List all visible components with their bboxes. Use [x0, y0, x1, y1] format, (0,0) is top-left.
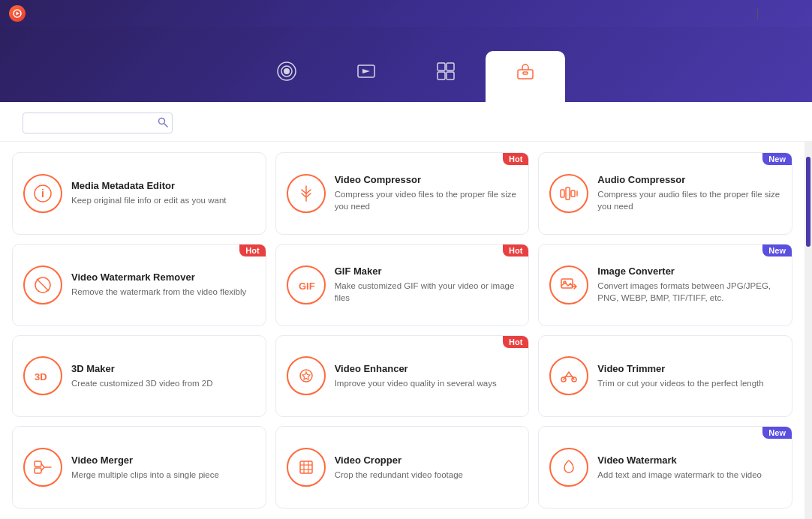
tool-icon-video-enhancer	[287, 356, 326, 395]
svg-rect-7	[447, 63, 454, 70]
svg-point-3	[284, 68, 290, 74]
tool-desc-video-enhancer: Improve your video quality in several wa…	[335, 377, 519, 389]
tool-name-gif-maker: GIF Maker	[335, 266, 519, 277]
tool-card-video-enhancer[interactable]: Hot Video Enhancer Improve your video qu…	[275, 335, 530, 418]
tool-desc-audio-compressor: Compress your audio files to the proper …	[597, 188, 781, 212]
nav-item-toolbox[interactable]	[486, 51, 565, 102]
tool-card-video-cropper[interactable]: Video Cropper Crop the redundant video f…	[275, 426, 530, 508]
separator	[757, 8, 758, 20]
tool-card-video-merger[interactable]: Video Merger Merge multiple clips into a…	[12, 426, 266, 508]
tool-name-video-trimmer: Video Trimmer	[597, 363, 781, 374]
tool-card-image-converter[interactable]: New Image Converter Convert images forma…	[538, 244, 792, 326]
svg-text:GIF: GIF	[299, 280, 315, 292]
scrollbar-track[interactable]	[804, 142, 812, 519]
svg-marker-1	[17, 12, 20, 16]
tool-name-video-compressor: Video Compressor	[335, 174, 519, 185]
tool-info-media-metadata-editor: Media Metadata Editor Keep original file…	[71, 180, 255, 206]
tool-icon-audio-compressor	[549, 174, 588, 213]
tool-card-video-watermark[interactable]: New Video Watermark Add text and image w…	[538, 426, 792, 508]
tool-name-video-enhancer: Video Enhancer	[335, 363, 519, 374]
svg-line-21	[37, 279, 49, 291]
tool-desc-3d-maker: Create customized 3D video from 2D	[71, 377, 255, 389]
badge-hot: Hot	[503, 336, 528, 348]
tool-info-video-watermark: Video Watermark Add text and image water…	[597, 454, 781, 481]
toolbox-icon	[516, 62, 535, 86]
svg-line-13	[164, 123, 168, 127]
search-input-wrap	[23, 112, 173, 134]
tool-icon-media-metadata-editor: i	[23, 174, 62, 213]
svg-rect-6	[438, 63, 445, 70]
search-icon[interactable]	[158, 117, 168, 130]
tool-info-image-converter: Image Converter Convert images formats b…	[597, 266, 781, 304]
tool-desc-gif-maker: Make customized GIF with your video or i…	[335, 280, 519, 304]
title-bar-left	[9, 5, 32, 22]
tool-desc-video-trimmer: Trim or cut your videos to the perfect l…	[597, 377, 781, 389]
tool-icon-video-compressor	[287, 174, 326, 213]
search-input[interactable]	[23, 112, 173, 134]
tool-icon-video-trimmer	[549, 356, 588, 395]
collage-icon	[436, 62, 456, 86]
tool-name-video-merger: Video Merger	[71, 454, 255, 466]
badge-hot: Hot	[239, 244, 265, 256]
tool-name-3d-maker: 3D Maker	[71, 363, 255, 374]
svg-rect-18	[566, 188, 570, 200]
title-bar	[0, 0, 812, 27]
nav-bar	[0, 27, 812, 102]
tool-card-media-metadata-editor[interactable]: i Media Metadata Editor Keep original fi…	[12, 152, 266, 235]
tool-icon-image-converter	[549, 266, 588, 304]
badge-new: New	[762, 153, 792, 165]
nav-item-mv[interactable]	[326, 51, 406, 102]
badge-hot: Hot	[503, 244, 528, 256]
tool-card-video-compressor[interactable]: Hot Video Compressor Compress your video…	[275, 152, 530, 235]
tool-name-image-converter: Image Converter	[597, 266, 781, 277]
tool-icon-gif-maker: GIF	[287, 266, 326, 304]
main-content: i Media Metadata Editor Keep original fi…	[0, 102, 812, 519]
nav-item-collage[interactable]	[406, 51, 486, 102]
tool-info-video-merger: Video Merger Merge multiple clips into a…	[71, 454, 255, 481]
tool-name-audio-compressor: Audio Compressor	[597, 174, 781, 185]
tool-name-video-watermark: Video Watermark	[597, 454, 781, 466]
tool-info-video-enhancer: Video Enhancer Improve your video qualit…	[335, 363, 519, 389]
svg-text:i: i	[41, 188, 44, 200]
tool-name-video-watermark-remover: Video Watermark Remover	[71, 272, 255, 283]
tool-info-video-compressor: Video Compressor Compress your video fil…	[335, 174, 519, 212]
tool-info-video-watermark-remover: Video Watermark Remover Remove the water…	[71, 272, 255, 298]
svg-rect-30	[35, 461, 41, 466]
tool-card-audio-compressor[interactable]: New Audio Compressor Compress your audio…	[538, 152, 792, 235]
title-bar-controls	[715, 8, 803, 20]
tool-icon-video-watermark	[549, 448, 588, 487]
tool-card-3d-maker[interactable]: 3D 3D Maker Create customized 3D video f…	[12, 335, 266, 418]
badge-new: New	[762, 244, 792, 256]
tool-desc-video-cropper: Crop the redundant video footage	[335, 469, 519, 481]
tool-desc-image-converter: Convert images formats between JPG/JPEG,…	[597, 280, 781, 304]
svg-rect-19	[571, 190, 575, 196]
tool-desc-video-watermark: Add text and image watermark to the vide…	[597, 469, 781, 481]
tools-grid: i Media Metadata Editor Keep original fi…	[0, 142, 804, 519]
mv-icon	[356, 62, 376, 86]
svg-rect-11	[523, 72, 528, 74]
tool-info-video-cropper: Video Cropper Crop the redundant video f…	[335, 454, 519, 481]
svg-rect-9	[447, 72, 454, 80]
svg-rect-32	[300, 461, 312, 473]
converter-icon	[277, 62, 296, 86]
tool-desc-media-metadata-editor: Keep original file info or edit as you w…	[71, 194, 255, 206]
tool-info-video-trimmer: Video Trimmer Trim or cut your videos to…	[597, 363, 781, 389]
tool-name-video-cropper: Video Cropper	[335, 454, 519, 466]
app-logo	[9, 5, 26, 22]
badge-hot: Hot	[503, 153, 528, 165]
tool-card-gif-maker[interactable]: Hot GIF GIF Maker Make customized GIF wi…	[275, 244, 530, 326]
tool-name-media-metadata-editor: Media Metadata Editor	[71, 180, 255, 191]
tool-desc-video-watermark-remover: Remove the watermark from the video flex…	[71, 286, 255, 298]
tool-info-gif-maker: GIF Maker Make customized GIF with your …	[335, 266, 519, 304]
tool-desc-video-merger: Merge multiple clips into a single piece	[71, 469, 255, 481]
tool-icon-video-watermark-remover	[23, 266, 62, 304]
svg-rect-17	[561, 190, 564, 197]
tool-card-video-watermark-remover[interactable]: Hot Video Watermark Remover Remove the w…	[12, 244, 266, 326]
tool-icon-video-merger	[23, 448, 62, 487]
nav-item-converter[interactable]	[247, 51, 326, 102]
tools-grid-wrap: i Media Metadata Editor Keep original fi…	[0, 142, 812, 519]
svg-text:3D: 3D	[35, 371, 47, 382]
tool-card-video-trimmer[interactable]: Video Trimmer Trim or cut your videos to…	[538, 335, 792, 418]
scrollbar-thumb[interactable]	[806, 157, 810, 247]
badge-new: New	[762, 427, 792, 439]
